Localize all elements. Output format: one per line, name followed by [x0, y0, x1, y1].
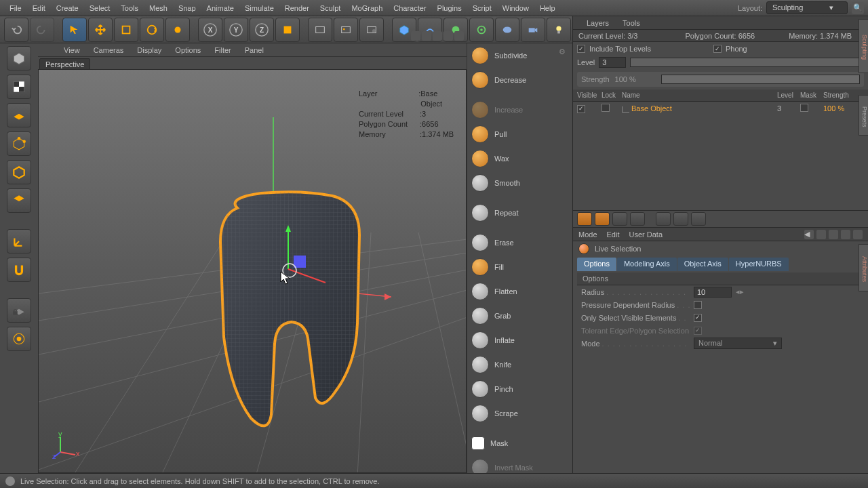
- strength-slider[interactable]: [661, 75, 860, 84]
- locked-workplane[interactable]: [7, 298, 31, 323]
- z-axis-lock[interactable]: Z: [250, 18, 274, 42]
- x-axis-lock[interactable]: X: [198, 18, 222, 42]
- view-menu-filter[interactable]: Filter: [209, 45, 236, 56]
- coord-system[interactable]: [275, 18, 300, 42]
- subtab-modeling[interactable]: Modeling Axis: [617, 258, 677, 271]
- attr-nav-2[interactable]: [829, 230, 838, 239]
- menu-animate[interactable]: Animate: [201, 1, 239, 15]
- mesh-object[interactable]: [207, 188, 370, 439]
- menu-simulate[interactable]: Simulate: [239, 1, 279, 15]
- mid-btn-2[interactable]: [595, 212, 610, 226]
- menu-file[interactable]: File: [4, 1, 27, 15]
- axis-mode[interactable]: [7, 229, 31, 253]
- menu-select[interactable]: Select: [84, 1, 116, 15]
- menu-mesh[interactable]: Mesh: [144, 1, 173, 15]
- menu-edit[interactable]: Edit: [27, 1, 51, 15]
- recent-tool[interactable]: [165, 18, 190, 42]
- environment-add[interactable]: [495, 18, 519, 42]
- sculpt-tool-fill[interactable]: Fill: [467, 255, 572, 279]
- soft-select[interactable]: [7, 327, 31, 351]
- row-visible-checkbox[interactable]: [577, 105, 585, 113]
- mid-btn-5[interactable]: [656, 212, 671, 226]
- sculpt-tool-decrease[interactable]: Decrease: [467, 68, 572, 92]
- vtab-presets[interactable]: Presets: [859, 95, 868, 136]
- attr-tab-edit[interactable]: Edit: [607, 230, 620, 239]
- mode-dropdown[interactable]: Normal▾: [694, 338, 782, 349]
- radius-input[interactable]: [694, 287, 732, 298]
- subtab-object[interactable]: Object Axis: [677, 258, 728, 271]
- light-add[interactable]: [547, 18, 571, 42]
- menu-create[interactable]: Create: [51, 1, 84, 15]
- sculpt-tool-inflate[interactable]: Inflate: [467, 328, 572, 352]
- row-mask-checkbox[interactable]: [800, 104, 808, 112]
- tab-layers[interactable]: Layers: [587, 17, 609, 29]
- tab-tools[interactable]: Tools: [623, 17, 640, 29]
- sculpt-tool-erase[interactable]: Erase: [467, 230, 572, 255]
- menu-sculpt[interactable]: Sculpt: [315, 1, 347, 15]
- sculpt-tool-mask[interactable]: Mask: [467, 431, 572, 455]
- mid-btn-4[interactable]: [630, 212, 645, 226]
- menu-script[interactable]: Script: [467, 1, 497, 15]
- mid-btn-1[interactable]: [577, 212, 592, 226]
- search-icon[interactable]: 🔍: [852, 2, 864, 14]
- snap-toggle[interactable]: [7, 258, 31, 282]
- menu-tools[interactable]: Tools: [115, 1, 144, 15]
- menu-window[interactable]: Window: [497, 1, 534, 15]
- texture-mode[interactable]: [7, 75, 31, 99]
- row-name[interactable]: Base Object: [622, 104, 777, 113]
- mid-btn-3[interactable]: [612, 212, 627, 226]
- 3d-viewport[interactable]: Layer: Base Object Current Level: 3 Poly…: [38, 69, 467, 473]
- vtab-sculpting[interactable]: Sculpting: [859, 19, 868, 73]
- view-menu-display[interactable]: Display: [132, 45, 167, 56]
- view-menu-options[interactable]: Options: [170, 45, 206, 56]
- visible-only-checkbox[interactable]: [694, 314, 702, 322]
- gear-icon[interactable]: ⚙: [559, 47, 568, 57]
- object-row[interactable]: Base Object 3 100 %: [573, 102, 868, 115]
- view-nav-2-icon[interactable]: [422, 31, 431, 41]
- phong-checkbox[interactable]: [713, 45, 722, 53]
- rotate-tool[interactable]: [140, 18, 164, 42]
- level-input[interactable]: [599, 57, 626, 68]
- row-lock-checkbox[interactable]: [601, 104, 610, 112]
- view-menu-cameras[interactable]: Cameras: [88, 45, 130, 56]
- mid-btn-6[interactable]: [673, 212, 688, 226]
- model-mode[interactable]: [7, 46, 31, 70]
- deformer-add[interactable]: [469, 18, 494, 42]
- subtab-hypernurbs[interactable]: HyperNURBS: [729, 258, 789, 271]
- tolerant-checkbox[interactable]: [694, 327, 702, 335]
- move-tool[interactable]: [88, 18, 113, 42]
- view-nav-3-icon[interactable]: [433, 31, 442, 41]
- edge-mode[interactable]: [7, 160, 31, 184]
- mid-btn-7[interactable]: [691, 212, 706, 226]
- camera-add[interactable]: [521, 18, 545, 42]
- include-top-checkbox[interactable]: [577, 45, 585, 53]
- polygon-mode[interactable]: [7, 188, 31, 213]
- layout-dropdown[interactable]: Sculpting▾: [766, 1, 848, 14]
- render-pic[interactable]: [334, 18, 358, 42]
- menu-mograph[interactable]: MoGraph: [346, 1, 388, 15]
- scale-tool[interactable]: [114, 18, 138, 42]
- redo-button[interactable]: [30, 18, 54, 42]
- sculpt-tool-flatten[interactable]: Flatten: [467, 279, 572, 304]
- live-select-tool[interactable]: [62, 18, 87, 42]
- menu-character[interactable]: Character: [388, 1, 431, 15]
- level-slider[interactable]: [630, 58, 864, 67]
- sculpt-tool-grab[interactable]: Grab: [467, 304, 572, 328]
- sculpt-tool-knife[interactable]: Knife: [467, 352, 572, 377]
- sculpt-tool-pull[interactable]: Pull: [467, 122, 572, 146]
- y-axis-lock[interactable]: Y: [224, 18, 248, 42]
- undo-button[interactable]: [4, 18, 28, 42]
- menu-render[interactable]: Render: [279, 1, 315, 15]
- attr-tab-userdata[interactable]: User Data: [629, 230, 663, 239]
- sculpt-tool-smooth[interactable]: Smooth: [467, 171, 572, 195]
- subtab-options[interactable]: Options: [577, 258, 616, 271]
- sculpt-tool-subdivide[interactable]: Subdivide⚙: [467, 43, 572, 68]
- workplane-mode[interactable]: [7, 103, 31, 127]
- attr-nav-1[interactable]: [816, 230, 826, 239]
- sculpt-tool-wax[interactable]: Wax: [467, 146, 572, 171]
- render-settings[interactable]: [359, 18, 384, 42]
- attr-nav-back-icon[interactable]: ◀: [804, 230, 814, 239]
- attr-nav-3[interactable]: [841, 230, 850, 239]
- vtab-attributes[interactable]: Attributes: [859, 244, 868, 291]
- sculpt-tool-scrape[interactable]: Scrape: [467, 401, 572, 426]
